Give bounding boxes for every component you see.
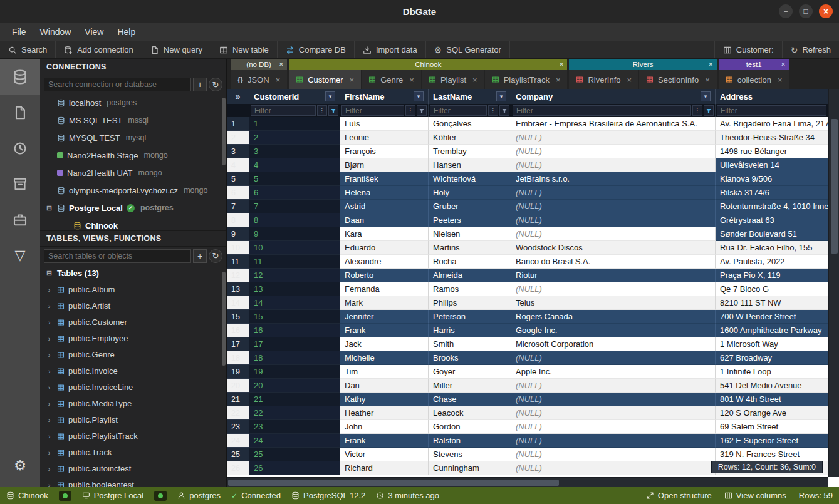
column-dropdown-icon[interactable]: ▾ (325, 91, 335, 101)
table-row[interactable]: 2222HeatherLeacock(NULL)120 S Orange Ave (227, 406, 828, 420)
table-row[interactable]: 1919TimGoyerApple Inc.1 Infinite Loop (227, 365, 828, 379)
view-columns-button[interactable]: View columns (724, 491, 786, 500)
table-item-public-mediatype[interactable]: ›public.MediaType (40, 396, 226, 412)
grid-cell[interactable]: Gruber (429, 200, 511, 213)
tab-playlisttrack[interactable]: PlaylistTrack× (485, 70, 568, 89)
row-number[interactable]: 15 (227, 310, 249, 324)
close-icon[interactable]: × (472, 75, 477, 85)
table-row[interactable]: 1010EduardoMartinsWoodstock DiscosRua Dr… (227, 241, 828, 255)
grid-cell-pk[interactable]: 6 (249, 186, 340, 200)
table-item-public-invoiceline[interactable]: ›public.InvoiceLine (40, 379, 226, 396)
grid-cell[interactable]: Bjørn (340, 158, 429, 172)
expand-chevron-icon[interactable]: › (45, 481, 53, 487)
sql-generator-button[interactable]: ⚙ SQL Generator (426, 41, 510, 58)
grid-cell-pk[interactable]: 19 (249, 365, 340, 379)
grid-cell[interactable]: (NULL) (511, 393, 716, 406)
row-number[interactable]: 5 (227, 172, 249, 186)
grid-cell[interactable]: Banco do Brasil S.A. (511, 255, 716, 269)
table-row[interactable]: 1818MichelleBrooks(NULL)627 Broadway (227, 351, 828, 365)
grid-cell[interactable]: František (340, 172, 429, 186)
grid-cell[interactable]: Microsoft Corporation (511, 337, 716, 351)
grid-cell-pk[interactable]: 18 (249, 351, 340, 365)
table-row[interactable]: 33FrançoisTremblay(NULL)1498 rue Bélange… (227, 145, 828, 158)
grid-cell[interactable]: (NULL) (511, 158, 716, 172)
tab-playlist[interactable]: Playlist× (422, 70, 484, 89)
grid-cell[interactable]: Stevens (429, 448, 511, 461)
table-row[interactable]: 1414MarkPhilipsTelus8210 111 ST NW (227, 296, 828, 310)
close-icon[interactable]: × (559, 60, 563, 69)
column-dropdown-icon[interactable]: ▾ (496, 91, 506, 101)
table-row[interactable]: 22LeonieKöhler(NULL)Theodor-Heuss-Straße… (227, 131, 828, 145)
table-row[interactable]: 88DaanPeeters(NULL)Grétrystraat 63 (227, 213, 828, 227)
table-row[interactable]: 1616FrankHarrisGoogle Inc.1600 Amphithea… (227, 324, 828, 337)
tables-search-input[interactable] (44, 249, 191, 263)
grid-cell[interactable]: Tim (340, 365, 429, 379)
grid-corner-button[interactable]: » (227, 89, 249, 104)
grid-cell[interactable]: François (340, 145, 429, 158)
menu-window[interactable]: Window (33, 24, 78, 39)
connection-item-nano2health-stage[interactable]: Nano2Health Stagemongo (40, 147, 226, 164)
table-item-public-employee[interactable]: ›public.Employee (40, 331, 226, 347)
grid-cell-pk[interactable]: 13 (249, 282, 340, 296)
row-number[interactable]: 18 (227, 351, 249, 365)
expand-chevron-icon[interactable]: › (45, 416, 53, 424)
grid-cell[interactable]: Miller (429, 379, 511, 393)
filter-menu-icon[interactable]: ⋮ (692, 105, 702, 116)
grid-cell[interactable]: 162 E Superior Street (716, 434, 828, 448)
connection-item-postgre-local[interactable]: ⊟Postgre Local✓postgres (40, 199, 226, 217)
grid-cell[interactable]: Philips (429, 296, 511, 310)
grid-cell-pk[interactable]: 11 (249, 255, 340, 269)
import-data-button[interactable]: Import data (355, 41, 426, 58)
grid-cell[interactable]: 1 Microsoft Way (716, 337, 828, 351)
grid-cell[interactable]: (NULL) (511, 213, 716, 227)
grid-cell[interactable]: Rogers Canada (511, 310, 716, 324)
grid-cell-pk[interactable]: 22 (249, 406, 340, 420)
grid-cell-pk[interactable]: 7 (249, 200, 340, 213)
grid-cell[interactable]: 700 W Pender Street (716, 310, 828, 324)
close-icon[interactable]: × (709, 60, 713, 69)
filter-input-firstname[interactable] (341, 105, 404, 116)
tab-json[interactable]: {}JSON× (231, 70, 287, 89)
filter-input-lastname[interactable] (430, 105, 487, 116)
row-number[interactable]: 1 (227, 117, 249, 131)
grid-cell[interactable]: Dan (340, 379, 429, 393)
table-row[interactable]: 2424FrankRalston(NULL)162 E Superior Str… (227, 434, 828, 448)
expand-chevron-icon[interactable]: › (45, 465, 53, 473)
grid-cell[interactable]: Av. Brigadeiro Faria Lima, 2170 (716, 117, 828, 131)
row-number[interactable]: 11 (227, 255, 249, 269)
grid-cell-pk[interactable]: 9 (249, 227, 340, 241)
table-row[interactable]: 66HelenaHolý(NULL)Rilská 3174/6 (227, 186, 828, 200)
tab-genre[interactable]: Genre× (362, 70, 421, 89)
grid-cell[interactable]: 1600 Amphitheatre Parkway (716, 324, 828, 337)
grid-cell[interactable]: (NULL) (511, 200, 716, 213)
sidebar-item-files[interactable] (0, 95, 40, 130)
table-item-public-autoinctest[interactable]: ›public.autoinctest (40, 461, 226, 477)
expand-chevron-icon[interactable]: › (45, 302, 53, 310)
grid-cell[interactable]: Leonie (340, 131, 429, 145)
connection-item-nano2health-uat[interactable]: Nano2Health UATmongo (40, 164, 226, 182)
connection-item-mysql-test[interactable]: MYSQL TESTmysql (40, 129, 226, 147)
grid-cell[interactable]: 8210 111 ST NW (716, 296, 828, 310)
grid-cell[interactable]: Alexandre (340, 255, 429, 269)
grid-cell[interactable]: Qe 7 Bloco G (716, 282, 828, 296)
grid-cell-pk[interactable]: 8 (249, 213, 340, 227)
grid-cell[interactable]: Frank (340, 324, 429, 337)
connection-item-olympus-medportal-vychozi-cz[interactable]: olympus-medportal.vychozi.czmongo (40, 182, 226, 199)
column-header-firstname[interactable]: FirstName▾ (340, 89, 429, 104)
row-number[interactable]: 22 (227, 406, 249, 420)
filter-menu-icon[interactable]: ⋮ (405, 105, 415, 116)
grid-cell[interactable]: Victor (340, 448, 429, 461)
grid-cell-pk[interactable]: 17 (249, 337, 340, 351)
grid-cell[interactable]: Woodstock Discos (511, 241, 716, 255)
grid-cell[interactable]: Cunningham (429, 461, 511, 475)
filter-funnel-icon[interactable] (499, 105, 509, 116)
grid-cell-pk[interactable]: 3 (249, 145, 340, 158)
grid-cell-pk[interactable]: 4 (249, 158, 340, 172)
search-button[interactable]: Search (0, 41, 56, 58)
grid-cell[interactable]: Ullevålsveien 14 (716, 158, 828, 172)
row-number[interactable]: 23 (227, 420, 249, 434)
row-number[interactable]: 17 (227, 337, 249, 351)
add-connection-button[interactable]: Add connection (56, 41, 142, 58)
table-row[interactable]: 1717JackSmithMicrosoft Corporation1 Micr… (227, 337, 828, 351)
column-header-customerid[interactable]: CustomerId▾ (249, 89, 340, 104)
